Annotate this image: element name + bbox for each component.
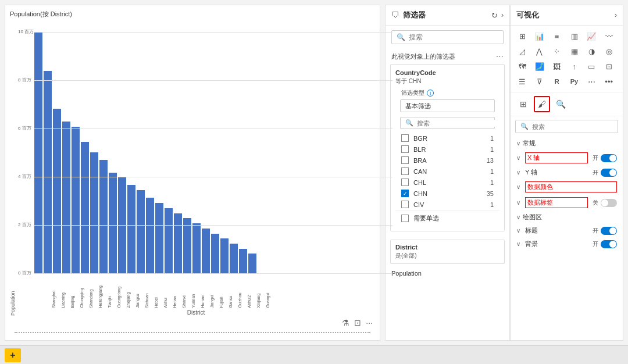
chart-bar[interactable] <box>81 142 89 274</box>
chart-bar[interactable] <box>165 208 173 274</box>
viz-prop-background-row: ∨ 背景 开 <box>511 237 623 251</box>
filter-list-item[interactable]: CHL1 <box>400 177 495 188</box>
filter-expand-arrow[interactable]: › <box>501 11 504 19</box>
viz-y-axis-toggle[interactable]: 开 <box>593 169 617 177</box>
chart-bar[interactable] <box>137 190 145 274</box>
more-icon[interactable]: ··· <box>366 318 373 327</box>
filter-list-item[interactable]: BRA13 <box>400 155 495 166</box>
viz-icon-treemap[interactable]: ▦ <box>568 44 581 58</box>
viz-prop-y-axis-row: ∨ Y 轴 开 <box>511 166 623 179</box>
viz-icon-donut[interactable]: ◎ <box>602 44 616 58</box>
filter-list-item[interactable]: BLR1 <box>400 144 495 155</box>
viz-icon-image[interactable]: 🖼 <box>550 59 564 73</box>
viz-format-analytics-btn[interactable]: 🔍 <box>552 96 569 112</box>
viz-search-box[interactable]: 🔍 <box>515 120 618 133</box>
filter-value-search-input[interactable] <box>417 120 497 127</box>
filter-item-checkbox[interactable] <box>401 201 409 208</box>
viz-background-toggle[interactable]: 开 <box>593 240 617 248</box>
chart-bar[interactable] <box>220 238 229 274</box>
viz-icon-decomp[interactable]: ⋯ <box>584 74 598 88</box>
viz-icon-kpi[interactable]: ↑ <box>568 59 581 73</box>
viz-icon-map[interactable]: 🗺 <box>515 59 529 73</box>
viz-icon-filled-map[interactable]: 🗾 <box>533 59 547 73</box>
filter-search-box[interactable]: 🔍 <box>391 30 504 44</box>
viz-icon-bar-chart[interactable]: 📊 <box>533 29 547 43</box>
filter-item-label: CHL <box>413 179 486 186</box>
filter-type-select[interactable]: 基本筛选 高级筛选 <box>400 99 495 112</box>
filter-item-count: 1 <box>490 146 494 153</box>
expand-icon[interactable]: ⊡ <box>354 318 361 327</box>
filter-item-checkbox[interactable] <box>401 145 409 153</box>
viz-icon-py[interactable]: Py <box>568 74 581 88</box>
filter-sync-icon[interactable]: ↻ <box>491 11 498 20</box>
viz-prop-plotarea[interactable]: ∨ 绘图区 <box>511 210 623 224</box>
chart-bar[interactable] <box>230 244 238 274</box>
chart-bar[interactable] <box>44 71 52 274</box>
chart-bar[interactable] <box>174 213 182 274</box>
chart-bar[interactable] <box>155 203 163 274</box>
filter-search-input[interactable] <box>409 33 498 41</box>
filter-section-more[interactable]: ··· <box>496 51 504 62</box>
viz-prop-data-labels-row: ∨ 数据标签 关 <box>511 195 623 210</box>
filter-list-item[interactable]: CAN1 <box>400 166 495 177</box>
chart-bar[interactable] <box>118 177 126 274</box>
filter-item-checkbox[interactable] <box>401 190 409 197</box>
viz-icon-table[interactable]: ⊞ <box>515 29 529 43</box>
chart-bar[interactable] <box>90 152 98 274</box>
viz-format-fields-btn[interactable]: ⊞ <box>515 96 531 112</box>
viz-icon-r[interactable]: R <box>550 74 564 88</box>
viz-prop-x-axis-label: X 轴 <box>525 152 588 163</box>
add-button[interactable]: + <box>5 348 21 362</box>
viz-icon-scatter[interactable]: ⁘ <box>550 44 564 58</box>
filter-item-checkbox[interactable] <box>401 134 409 142</box>
chart-bar[interactable] <box>62 122 70 274</box>
filter-list-item[interactable]: CHN35 <box>400 188 495 199</box>
viz-format-paintbrush-btn[interactable]: 🖌 <box>534 96 550 112</box>
viz-icon-multi-card[interactable]: ⊡ <box>602 59 616 73</box>
viz-panel: 可视化 › ⊞ 📊 ≡ ▥ 📈 〰 ◿ ⋀ ⁘ ▦ ◑ ◎ 🗺 🗾 🖼 ↑ ▭ … <box>510 5 623 341</box>
viz-icon-card[interactable]: ▭ <box>584 59 598 73</box>
viz-icon-gauge[interactable]: ◑ <box>584 44 598 58</box>
viz-expand-arrow[interactable]: › <box>615 11 617 19</box>
chart-bar[interactable] <box>72 127 80 274</box>
filter-item-label: BGR <box>413 135 486 142</box>
viz-icon-more[interactable]: ••• <box>602 74 616 88</box>
viz-format-tabs: ⊞ 🖌 🔍 <box>511 92 623 116</box>
x-axis-label: Human <box>201 286 209 308</box>
viz-icon-bar-chart-h[interactable]: ≡ <box>550 29 564 43</box>
viz-title-toggle[interactable]: 开 <box>593 227 617 235</box>
filter-card-title: CountryCode <box>395 69 499 76</box>
viz-icon-line[interactable]: 〰 <box>602 29 616 43</box>
x-axis-label: Sichuan <box>145 286 153 308</box>
chart-bar[interactable] <box>99 160 108 274</box>
chart-bar[interactable] <box>248 254 256 274</box>
chart-bar[interactable] <box>127 185 135 274</box>
chart-bar[interactable] <box>211 234 219 274</box>
viz-icon-slicer[interactable]: ☰ <box>515 74 529 88</box>
filter-value-search[interactable]: 🔍 <box>400 117 495 129</box>
chart-bar[interactable] <box>202 229 210 274</box>
chart-bar[interactable] <box>146 198 154 274</box>
viz-icon-stacked[interactable]: ▥ <box>568 29 581 43</box>
viz-icon-area[interactable]: ◿ <box>515 44 529 58</box>
chart-bar[interactable] <box>192 223 201 274</box>
viz-icon-combo[interactable]: 📈 <box>584 29 598 43</box>
viz-icon-funnel[interactable]: ⊽ <box>533 74 547 88</box>
viz-data-labels-toggle[interactable]: 关 <box>593 199 617 207</box>
filter-item-checkbox[interactable] <box>401 179 409 186</box>
viz-prop-general[interactable]: ∨ 常规 <box>511 137 623 150</box>
require-single-checkbox[interactable] <box>401 215 409 222</box>
viz-x-axis-toggle[interactable]: 开 <box>593 154 617 162</box>
chart-bar[interactable] <box>109 173 117 274</box>
chart-bar[interactable] <box>183 218 191 274</box>
filter-list-item[interactable]: BGR1 <box>400 133 495 144</box>
chart-bar[interactable] <box>53 109 61 274</box>
filter-item-checkbox[interactable] <box>401 156 409 164</box>
filter-list-item[interactable]: CIV1 <box>400 199 495 210</box>
viz-icon-mountain[interactable]: ⋀ <box>533 44 547 58</box>
viz-search-input[interactable] <box>532 123 613 130</box>
chart-bar[interactable] <box>34 33 42 274</box>
filter-item-checkbox[interactable] <box>401 167 409 175</box>
chart-bar[interactable] <box>239 249 247 274</box>
filter-icon[interactable]: ⚗ <box>342 318 349 327</box>
